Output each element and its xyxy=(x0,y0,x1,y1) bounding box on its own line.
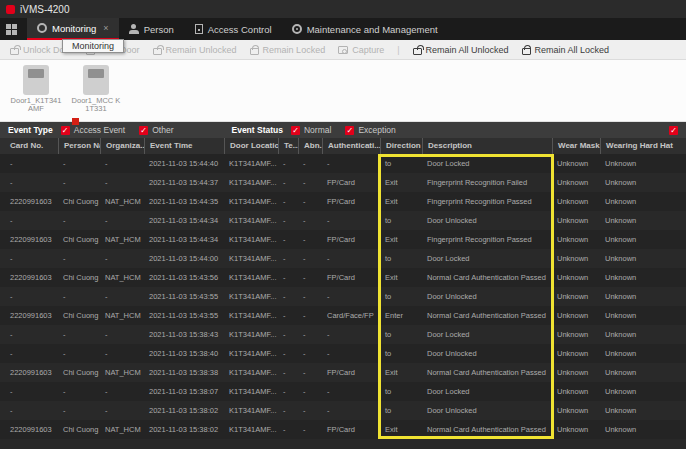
table-row[interactable]: ---2021-11-03 15:38:02K1T341AMF...---toD… xyxy=(0,401,686,420)
check-icon: ✓ xyxy=(139,126,148,135)
modules-grid-icon[interactable] xyxy=(6,24,17,35)
remain-locked-button[interactable]: Remain Locked xyxy=(250,44,326,55)
table-row[interactable]: ---2021-11-03 15:44:34K1T341AMF...---toD… xyxy=(0,211,686,230)
tab-person[interactable]: Person xyxy=(119,18,184,40)
table-cell: - xyxy=(278,306,298,325)
table-cell: - xyxy=(58,401,100,420)
table-cell: NAT_HCM xyxy=(100,268,144,287)
door-card[interactable]: Door1_MCC K1T331 xyxy=(70,65,122,116)
table-row[interactable]: ---2021-11-03 15:43:55K1T341AMF...---toD… xyxy=(0,287,686,306)
table-cell: Unknown xyxy=(600,420,686,439)
table-row[interactable]: 2220991603Chi CuongNAT_HCM2021-11-03 15:… xyxy=(0,268,686,287)
table-cell: to xyxy=(380,382,422,401)
table-row[interactable]: 2220991603Chi CuongNAT_HCM2021-11-03 15:… xyxy=(0,363,686,382)
table-cell: FP/Card xyxy=(322,268,380,287)
tab-monitoring[interactable]: Monitoring × xyxy=(27,18,119,40)
table-cell: - xyxy=(278,268,298,287)
checkbox-normal[interactable]: ✓ Normal xyxy=(291,125,331,135)
table-row[interactable]: 2220991603Chi CuongNAT_HCM2021-11-03 15:… xyxy=(0,230,686,249)
table-cell: - xyxy=(298,382,322,401)
table-cell: - xyxy=(58,382,100,401)
table-row[interactable]: ---2021-11-03 15:44:37K1T341AMF...--FP/C… xyxy=(0,173,686,192)
table-cell: Normal Card Authentication Passed xyxy=(422,420,552,439)
table-cell: 2220991603 xyxy=(8,363,58,382)
table-cell: 2220991603 xyxy=(8,306,58,325)
table-cell: Unknown xyxy=(552,306,600,325)
table-cell: K1T341AMF... xyxy=(224,382,278,401)
table-cell: 2220991603 xyxy=(8,192,58,211)
remain-unlocked-button[interactable]: Remain Unlocked xyxy=(153,44,237,55)
checkbox-exception[interactable]: ✓ Exception xyxy=(345,125,395,135)
table-cell: Unknown xyxy=(552,344,600,363)
column-header-card-no[interactable]: Card No. xyxy=(8,138,58,154)
table-cell: 2021-11-03 15:44:40 xyxy=(144,154,224,173)
column-header-description[interactable]: Description xyxy=(422,138,552,154)
table-cell: - xyxy=(278,382,298,401)
door-device-icon xyxy=(83,65,109,95)
table-cell: Unknown xyxy=(552,382,600,401)
table-cell: 2021-11-03 15:44:35 xyxy=(144,192,224,211)
table-cell: Exit xyxy=(380,230,422,249)
column-header-abnormal[interactable]: Abn... xyxy=(298,138,322,154)
table-cell: Exit xyxy=(380,420,422,439)
column-header-wearing-hard-hat[interactable]: Wearing Hard Hat xyxy=(600,138,686,154)
table-cell: 2021-11-03 15:38:07 xyxy=(144,382,224,401)
table-cell: - xyxy=(322,154,380,173)
table-cell: - xyxy=(8,382,58,401)
checkbox-other[interactable]: ✓ Other xyxy=(139,125,173,135)
column-header-temperature[interactable]: Te... xyxy=(278,138,298,154)
checkbox-label: Other xyxy=(152,125,173,135)
table-row[interactable]: 2220991603Chi CuongNAT_HCM2021-11-03 15:… xyxy=(0,192,686,211)
table-cell: FP/Card xyxy=(322,363,380,382)
table-cell: to xyxy=(380,249,422,268)
column-header-event-time[interactable]: Event Time xyxy=(144,138,224,154)
door-card[interactable]: Door1_K1T341AMF xyxy=(10,65,62,116)
table-cell: Door Unlocked xyxy=(422,211,552,230)
tab-maintenance-management[interactable]: Maintenance and Management xyxy=(282,18,448,40)
table-row[interactable]: ---2021-11-03 15:44:40K1T341AMF...---toD… xyxy=(0,154,686,173)
remain-all-unlocked-button[interactable]: Remain All Unlocked xyxy=(413,44,509,55)
column-header-wear-mask[interactable]: Wear Mask xyxy=(552,138,600,154)
table-cell: - xyxy=(100,249,144,268)
capture-button[interactable]: Capture xyxy=(338,45,384,55)
table-cell: - xyxy=(100,344,144,363)
table-row[interactable]: ---2021-11-03 15:44:00K1T341AMF...---toD… xyxy=(0,249,686,268)
tab-access-control[interactable]: Access Control xyxy=(184,18,282,40)
table-cell: - xyxy=(298,154,322,173)
table-cell: 2021-11-03 15:43:55 xyxy=(144,306,224,325)
table-row[interactable]: ---2021-11-03 15:38:40K1T341AMF...---toD… xyxy=(0,344,686,363)
table-cell: K1T341AMF... xyxy=(224,287,278,306)
column-header-organization[interactable]: Organiza... xyxy=(100,138,144,154)
table-cell: Card/Face/FP xyxy=(322,306,380,325)
table-cell: K1T341AMF... xyxy=(224,230,278,249)
table-row[interactable]: 2220991603Chi CuongNAT_HCM2021-11-03 15:… xyxy=(0,420,686,439)
column-header-door-location[interactable]: Door Locatio... xyxy=(224,138,278,154)
table-cell: Unknown xyxy=(552,173,600,192)
unlock-icon xyxy=(10,48,19,55)
table-cell: Fingerprint Recognition Passed xyxy=(422,192,552,211)
column-header-person-name[interactable]: Person Na... xyxy=(58,138,100,154)
checkbox-access-event[interactable]: ✓ Access Event xyxy=(61,125,126,135)
remain-all-locked-button[interactable]: Remain All Locked xyxy=(522,44,610,55)
table-cell: - xyxy=(100,154,144,173)
tab-close-icon[interactable]: × xyxy=(103,23,108,33)
table-cell: to xyxy=(380,344,422,363)
table-cell: - xyxy=(298,420,322,439)
checkbox-label: Access Event xyxy=(74,125,126,135)
access-control-icon xyxy=(195,24,203,34)
column-header-direction[interactable]: Direction xyxy=(380,138,422,154)
table-cell: - xyxy=(298,363,322,382)
button-label: Remain Unlocked xyxy=(166,45,237,55)
table-cell: K1T341AMF... xyxy=(224,192,278,211)
table-row[interactable]: ---2021-11-03 15:38:07K1T341AMF...---toD… xyxy=(0,382,686,401)
table-row[interactable]: 2220991603Chi CuongNAT_HCM2021-11-03 15:… xyxy=(0,306,686,325)
table-cell: K1T341AMF... xyxy=(224,344,278,363)
table-header-row: Card No. Person Na... Organiza... Event … xyxy=(0,138,686,154)
remain-unlocked-icon xyxy=(153,48,162,55)
person-icon xyxy=(129,24,139,34)
table-cell: - xyxy=(278,287,298,306)
table-cell: NAT_HCM xyxy=(100,306,144,325)
filter-more-checkbox[interactable]: ✓ xyxy=(669,126,678,135)
column-header-authentication[interactable]: Authenticati... xyxy=(322,138,380,154)
table-row[interactable]: ---2021-11-03 15:38:43K1T341AMF...---toD… xyxy=(0,325,686,344)
